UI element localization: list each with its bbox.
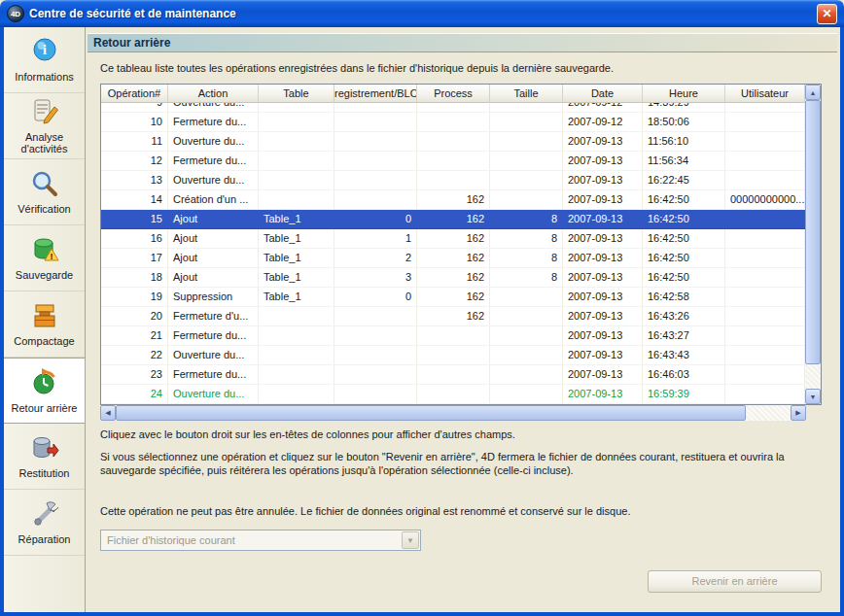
table-cell xyxy=(259,171,334,190)
table-row[interactable]: 20Fermeture d'u...1622007-09-1316:43:26 xyxy=(101,307,805,326)
table-row[interactable]: 17AjoutTable_1216282007-09-1316:42:50 xyxy=(101,249,805,268)
table-row[interactable]: 13Ouverture du...2007-09-1316:22:45 xyxy=(101,171,805,190)
sidebar-item-analyse-activites[interactable]: Analyse d'activités xyxy=(4,93,85,159)
table-cell xyxy=(417,152,490,171)
table-row[interactable]: 23Fermeture du...2007-09-1316:46:03 xyxy=(101,365,805,385)
table-cell xyxy=(334,307,417,326)
sidebar-item-informations[interactable]: i Informations xyxy=(4,27,85,93)
sidebar-item-compactage[interactable]: Compactage xyxy=(4,291,85,358)
table-cell: 8 xyxy=(490,229,563,249)
table-cell: 1 xyxy=(334,229,417,249)
table-cell: 8 xyxy=(490,268,563,288)
scrollbar-corner xyxy=(806,405,822,421)
table-cell xyxy=(490,326,563,346)
sidebar-item-verification[interactable]: Vérification xyxy=(4,159,85,225)
scroll-right-button[interactable]: ▶ xyxy=(791,405,806,421)
table-cell xyxy=(490,365,563,385)
table-cell xyxy=(417,385,490,404)
table-row[interactable]: 19SuppressionTable_101622007-09-1316:42:… xyxy=(101,288,805,307)
table-row[interactable]: 11Ouverture du...2007-09-1311:56:10 xyxy=(101,132,805,152)
log-file-dropdown[interactable]: Fichier d'historique courant ▼ xyxy=(100,530,421,551)
column-header[interactable]: Utilisateur xyxy=(725,85,805,103)
table-row[interactable]: 12Fermeture du...2007-09-1311:56:34 xyxy=(101,152,805,171)
table-row[interactable]: 24Ouverture du...2007-09-1316:59:39 xyxy=(101,385,805,404)
table-cell xyxy=(334,113,417,132)
rollback-button[interactable]: Revenir en arrière xyxy=(648,570,822,593)
horizontal-scrollbar[interactable]: ◀ ▶ xyxy=(100,405,806,421)
table-cell xyxy=(725,103,805,113)
table-row[interactable]: 9Ouverture du...2007-09-1214:39:29 xyxy=(101,103,805,113)
table-cell: 16:22:45 xyxy=(643,171,725,190)
sidebar-item-restitution[interactable]: Restitution xyxy=(4,424,85,490)
vertical-scrollbar[interactable]: ▲ ▼ xyxy=(805,85,821,404)
sidebar-item-reparation[interactable]: Réparation xyxy=(4,490,85,556)
table-cell xyxy=(259,346,334,365)
table-cell: Ajout xyxy=(168,229,259,249)
vertical-scroll-thumb[interactable] xyxy=(805,100,821,364)
table-row[interactable]: 18AjoutTable_1316282007-09-1316:42:50 xyxy=(101,268,805,288)
table-cell: 16:59:39 xyxy=(643,385,725,404)
table-row[interactable]: 15AjoutTable_1016282007-09-1316:42:50 xyxy=(101,210,805,229)
table-cell xyxy=(259,113,334,132)
sidebar-item-sauvegarde[interactable]: ! Sauvegarde xyxy=(4,225,85,291)
table-cell xyxy=(490,103,563,113)
table-row[interactable]: 21Fermeture du...2007-09-1316:43:27 xyxy=(101,326,805,346)
table-cell xyxy=(259,307,334,326)
column-header[interactable]: Opération# xyxy=(101,85,168,103)
table-cell: Ajout xyxy=(168,268,259,288)
table-cell: 22 xyxy=(101,346,168,365)
scroll-left-button[interactable]: ◀ xyxy=(100,405,116,421)
column-header[interactable]: Process xyxy=(417,85,490,103)
table-cell xyxy=(259,385,334,404)
table-cell xyxy=(334,365,417,385)
table-cell xyxy=(334,132,417,152)
table-cell: 11 xyxy=(101,132,168,152)
sidebar-item-label: Retour arrière xyxy=(12,402,78,414)
table-cell: 0 xyxy=(334,210,417,229)
table-row[interactable]: 16AjoutTable_1116282007-09-1316:42:50 xyxy=(101,229,805,249)
table-cell: 2 xyxy=(334,249,417,268)
table-row[interactable]: 10Fermeture du...2007-09-1218:50:06 xyxy=(101,113,805,132)
column-header[interactable]: Taille xyxy=(490,85,563,103)
sidebar-item-retour-arriere[interactable]: Retour arrière xyxy=(4,358,85,424)
table-cell xyxy=(259,326,334,346)
column-header[interactable]: Heure xyxy=(643,85,725,103)
table-cell xyxy=(259,365,334,385)
table-cell xyxy=(490,113,563,132)
table-cell: 16 xyxy=(101,229,168,249)
column-header[interactable]: Date xyxy=(563,85,643,103)
column-header[interactable]: Table xyxy=(259,85,334,103)
table-cell: 3 xyxy=(334,268,417,288)
table-cell: Ouverture du... xyxy=(168,385,259,404)
table-cell xyxy=(490,132,563,152)
activity-analysis-icon xyxy=(30,97,59,128)
table-cell: 14:39:29 xyxy=(643,103,725,113)
table-cell: 2007-09-13 xyxy=(563,326,643,346)
table-cell: 16:43:43 xyxy=(643,346,725,365)
titlebar[interactable]: 4D Centre de sécurité et de maintenance … xyxy=(0,0,844,27)
table-cell: 10 xyxy=(101,113,168,132)
window-title: Centre de sécurité et de maintenance xyxy=(29,7,817,20)
table-cell xyxy=(490,190,563,210)
table-cell: 2007-09-13 xyxy=(563,385,643,404)
table-cell xyxy=(417,103,490,113)
sidebar-item-label: Réparation xyxy=(18,533,71,545)
horizontal-scroll-thumb[interactable] xyxy=(116,405,746,421)
scroll-down-button[interactable]: ▼ xyxy=(805,389,821,404)
table-cell: Fermeture du... xyxy=(168,113,259,132)
table-row[interactable]: 14Création d'un ...1622007-09-1316:42:50… xyxy=(101,190,805,210)
scroll-up-button[interactable]: ▲ xyxy=(805,85,821,100)
table-cell: 2007-09-13 xyxy=(563,268,643,288)
table-cell xyxy=(334,152,417,171)
column-header[interactable]: Action xyxy=(168,85,259,103)
table-cell: 2007-09-13 xyxy=(563,346,643,365)
warning-text: Cette opération ne peut pas être annulée… xyxy=(100,505,826,517)
table-cell xyxy=(490,152,563,171)
table-header-row: Opération#ActionTableregistrement/BLOPro… xyxy=(101,85,805,103)
table-cell: 24 xyxy=(101,385,168,404)
table-cell: Fermeture du... xyxy=(168,152,259,171)
table-cell: 8 xyxy=(490,210,563,229)
close-button[interactable]: ✕ xyxy=(817,4,837,24)
column-header[interactable]: registrement/BLO xyxy=(334,85,417,103)
table-row[interactable]: 22Ouverture du...2007-09-1316:43:43 xyxy=(101,346,805,365)
